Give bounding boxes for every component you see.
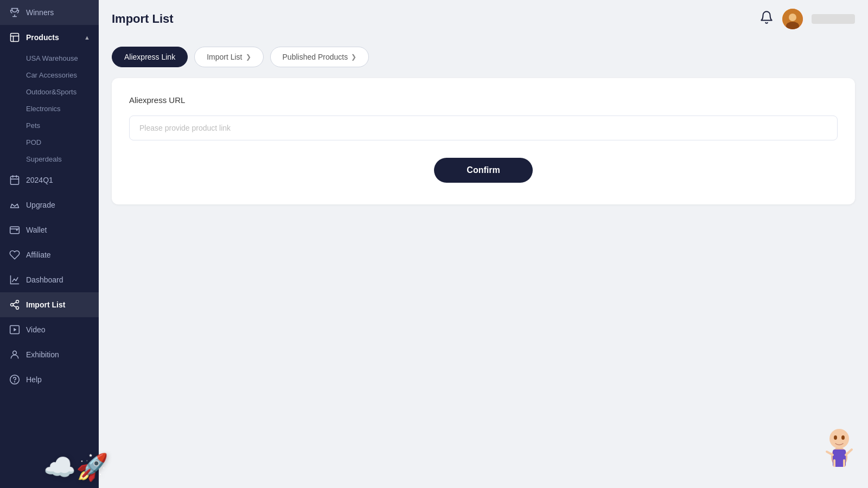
- chevron-right-icon-2: ❯: [351, 53, 356, 61]
- svg-rect-2: [10, 227, 20, 234]
- url-input[interactable]: [129, 115, 838, 140]
- tab-import-list-label: Import List: [207, 53, 242, 61]
- tab-aliexpress-link-label: Aliexpress Link: [124, 53, 175, 61]
- sidebar-item-winners-label: Winners: [26, 8, 54, 17]
- header-right: [760, 9, 855, 29]
- sidebar-item-exhibition[interactable]: Exhibition: [0, 342, 99, 367]
- question-icon: [9, 374, 21, 386]
- sidebar-item-products[interactable]: Products ▲: [0, 25, 99, 50]
- sidebar-sub-item-usa-warehouse[interactable]: USA Warehouse: [0, 50, 99, 67]
- chevron-right-icon: ❯: [246, 53, 251, 61]
- sidebar-item-2024q1-label: 2024Q1: [26, 176, 53, 184]
- sidebar-sub-item-electronics[interactable]: Electronics: [0, 100, 99, 117]
- box-icon: [9, 31, 21, 43]
- sidebar-item-help-label: Help: [26, 375, 42, 384]
- tab-bar: Aliexpress Link Import List ❯ Published …: [112, 47, 855, 67]
- svg-point-8: [10, 375, 20, 384]
- sidebar-item-import-list-label: Import List: [26, 300, 65, 309]
- svg-rect-0: [11, 34, 19, 42]
- sidebar-sub-item-car-accessories[interactable]: Car Accessories: [0, 67, 99, 84]
- url-section-label: Aliexpress URL: [129, 95, 838, 105]
- heart-icon: [9, 249, 21, 261]
- sidebar-item-video-label: Video: [26, 325, 46, 334]
- bell-icon[interactable]: [760, 10, 774, 28]
- person-icon: [9, 349, 21, 361]
- svg-point-11: [789, 14, 796, 21]
- sidebar-sub-item-pets[interactable]: Pets: [0, 117, 99, 134]
- tab-published-products[interactable]: Published Products ❯: [270, 47, 369, 67]
- sidebar: Winners Products ▲ USA Warehouse Car Acc…: [0, 0, 99, 488]
- calendar-icon: [9, 174, 21, 186]
- header: Import List: [99, 0, 868, 38]
- avatar[interactable]: [782, 9, 803, 29]
- tab-published-products-label: Published Products: [283, 53, 348, 61]
- play-icon: [9, 324, 21, 336]
- sidebar-item-affiliate[interactable]: Affiliate: [0, 242, 99, 267]
- import-card: Aliexpress URL Confirm: [112, 78, 855, 204]
- sidebar-item-help[interactable]: Help: [0, 367, 99, 392]
- sidebar-item-upgrade[interactable]: Upgrade: [0, 192, 99, 217]
- svg-rect-1: [11, 176, 19, 184]
- sidebar-item-dashboard[interactable]: Dashboard: [0, 267, 99, 292]
- svg-point-7: [13, 351, 17, 355]
- share-icon: [9, 299, 21, 311]
- sidebar-item-upgrade-label: Upgrade: [26, 201, 55, 209]
- wallet-icon: [9, 224, 21, 236]
- tab-aliexpress-link[interactable]: Aliexpress Link: [112, 47, 188, 67]
- sidebar-item-products-label: Products: [26, 33, 59, 42]
- sidebar-sub-item-pod[interactable]: POD: [0, 134, 99, 151]
- page-title: Import List: [112, 12, 174, 26]
- chart-icon: [9, 274, 21, 286]
- sidebar-item-video[interactable]: Video: [0, 317, 99, 342]
- tab-import-list[interactable]: Import List ❯: [194, 47, 263, 67]
- trophy-icon: [9, 7, 21, 18]
- main-content: Import List Aliexpress Link: [99, 0, 868, 488]
- confirm-button[interactable]: Confirm: [434, 158, 532, 183]
- chevron-up-icon: ▲: [84, 34, 90, 41]
- sidebar-item-2024q1[interactable]: 2024Q1: [0, 168, 99, 192]
- sidebar-item-wallet[interactable]: Wallet: [0, 217, 99, 242]
- content-area: Aliexpress Link Import List ❯ Published …: [99, 38, 868, 488]
- sidebar-sub-item-superdeals[interactable]: Superdeals: [0, 151, 99, 168]
- sidebar-sub-item-outdoor-sports[interactable]: Outdoor&Sports: [0, 84, 99, 100]
- sidebar-item-winners[interactable]: Winners: [0, 0, 99, 25]
- sidebar-item-affiliate-label: Affiliate: [26, 251, 51, 259]
- sidebar-item-dashboard-label: Dashboard: [26, 275, 63, 284]
- crown-icon: [9, 199, 21, 211]
- sidebar-item-import-list[interactable]: Import List: [0, 292, 99, 317]
- svg-point-9: [15, 382, 15, 382]
- sidebar-item-exhibition-label: Exhibition: [26, 350, 59, 359]
- sidebar-item-wallet-label: Wallet: [26, 226, 47, 234]
- username-display: [812, 14, 855, 24]
